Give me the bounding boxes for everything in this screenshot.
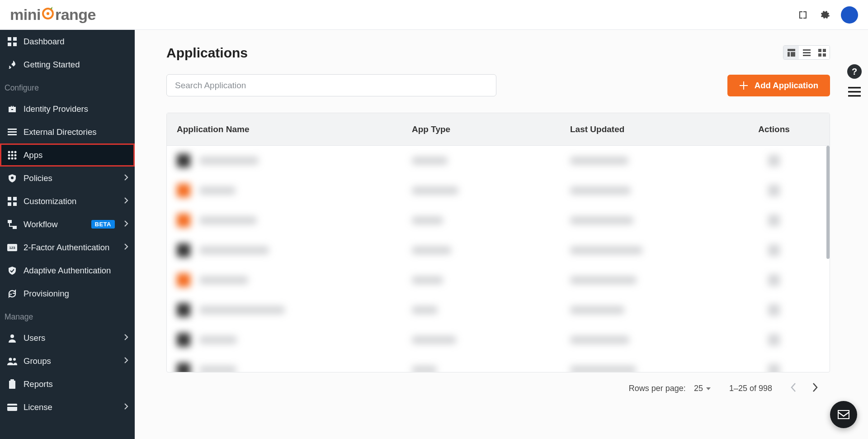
- table-row[interactable]: [167, 355, 830, 372]
- brand-logo[interactable]: mini range: [10, 6, 96, 24]
- svg-point-9: [8, 151, 10, 153]
- chevron-right-icon: [812, 382, 818, 392]
- sidebar-item-customization[interactable]: Customization: [0, 190, 135, 213]
- add-application-label: Add Application: [755, 81, 818, 91]
- pagination: Rows per page: 25 1–25 of 998: [166, 372, 830, 398]
- view-list-button[interactable]: [799, 46, 814, 59]
- sidebar-item-users[interactable]: Users: [0, 326, 135, 349]
- shield-search-icon: [7, 174, 17, 183]
- sidebar-item-2fa[interactable]: 1232-Factor Authentication: [0, 236, 135, 259]
- svg-rect-20: [13, 197, 17, 200]
- docs-icon[interactable]: [797, 10, 808, 20]
- clipboard-icon: [7, 379, 17, 389]
- right-rail: ?: [847, 64, 862, 99]
- grid-icon: [7, 37, 17, 46]
- nav-label: Reports: [24, 379, 128, 389]
- nav-label: Identity Providers: [24, 104, 128, 114]
- svg-point-28: [9, 358, 12, 361]
- logo-text-1: mini: [10, 6, 41, 24]
- help-button[interactable]: ?: [847, 64, 862, 79]
- panel-menu-button[interactable]: [848, 87, 861, 99]
- next-page-button[interactable]: [812, 382, 818, 395]
- nav-label: Workflow: [24, 220, 85, 229]
- table-row[interactable]: [167, 176, 830, 205]
- svg-rect-32: [7, 404, 17, 411]
- col-application-name[interactable]: Application Name: [177, 124, 412, 134]
- chevron-right-icon: [124, 196, 128, 206]
- svg-rect-4: [8, 43, 11, 46]
- svg-rect-39: [803, 55, 811, 56]
- user-icon: [7, 334, 17, 343]
- table-row[interactable]: [167, 205, 830, 235]
- svg-rect-7: [8, 131, 17, 133]
- applications-table: Application Name App Type Last Updated A…: [166, 113, 830, 372]
- sidebar-item-policies[interactable]: Policies: [0, 167, 135, 190]
- search-input[interactable]: [166, 74, 496, 96]
- chevron-left-icon: [790, 382, 797, 392]
- sync-icon: [7, 289, 17, 298]
- workflow-icon: [7, 220, 17, 229]
- nav-label: 2-Factor Authentication: [24, 243, 118, 253]
- col-actions: Actions: [728, 124, 820, 134]
- sidebar-item-dashboard[interactable]: Dashboard: [0, 30, 135, 53]
- nav-label: Policies: [24, 173, 118, 183]
- svg-rect-21: [8, 202, 11, 206]
- svg-rect-46: [848, 95, 861, 97]
- sidebar-item-license[interactable]: License: [0, 396, 135, 419]
- add-application-button[interactable]: Add Application: [727, 75, 830, 96]
- sidebar-item-provisioning[interactable]: Provisioning: [0, 282, 135, 305]
- sidebar-item-getting-started[interactable]: Getting Started: [0, 53, 135, 76]
- rocket-icon: [7, 60, 17, 69]
- view-table-button[interactable]: [783, 46, 799, 59]
- chevron-right-icon: [124, 356, 128, 366]
- chevron-right-icon: [124, 333, 128, 343]
- gear-icon[interactable]: [819, 10, 830, 20]
- view-switch: [783, 45, 830, 60]
- table-row[interactable]: [167, 235, 830, 265]
- list-icon: [7, 128, 17, 137]
- key123-icon: 123: [7, 244, 17, 251]
- svg-rect-45: [848, 91, 861, 93]
- table-row[interactable]: [167, 295, 830, 325]
- sidebar-item-external-directories[interactable]: External Directories: [0, 120, 135, 143]
- nav-label: Users: [24, 333, 118, 343]
- table-body: [167, 146, 830, 372]
- svg-rect-37: [803, 49, 811, 51]
- group-icon: [7, 357, 17, 365]
- sidebar-item-workflow[interactable]: WorkflowBETA: [0, 213, 135, 236]
- sidebar-item-reports[interactable]: Reports: [0, 372, 135, 396]
- prev-page-button[interactable]: [790, 382, 797, 395]
- avatar[interactable]: [841, 6, 858, 24]
- top-header: mini range: [0, 0, 868, 30]
- svg-rect-3: [13, 37, 17, 41]
- svg-point-13: [11, 154, 14, 156]
- svg-rect-5: [13, 43, 17, 46]
- rows-per-page-value: 25: [694, 384, 703, 393]
- caret-down-icon: [706, 386, 711, 391]
- sidebar-section-label: Configure: [0, 76, 135, 97]
- chat-fab[interactable]: [830, 401, 857, 428]
- col-last-updated[interactable]: Last Updated: [570, 124, 728, 134]
- beta-badge: BETA: [91, 220, 115, 229]
- svg-rect-31: [10, 379, 14, 382]
- sidebar-section-label: Manage: [0, 305, 135, 326]
- chevron-right-icon: [124, 402, 128, 412]
- svg-point-16: [11, 157, 14, 159]
- table-row[interactable]: [167, 325, 830, 355]
- sidebar-item-identity-providers[interactable]: Identity Providers: [0, 97, 135, 120]
- svg-rect-23: [8, 220, 12, 223]
- rows-per-page-select[interactable]: 25: [694, 384, 711, 393]
- svg-rect-40: [818, 49, 821, 52]
- table-row[interactable]: [167, 146, 830, 176]
- table-row[interactable]: [167, 265, 830, 295]
- col-app-type[interactable]: App Type: [412, 124, 570, 134]
- logo-orange-o: [41, 6, 55, 24]
- svg-point-27: [10, 334, 14, 338]
- sidebar-item-adaptive-auth[interactable]: Adaptive Authentication: [0, 259, 135, 282]
- sidebar-item-apps[interactable]: Apps: [0, 143, 135, 167]
- svg-point-10: [11, 151, 14, 153]
- sidebar: DashboardGetting StartedConfigureIdentit…: [0, 30, 135, 439]
- view-grid-button[interactable]: [814, 46, 830, 59]
- sidebar-item-groups[interactable]: Groups: [0, 349, 135, 372]
- svg-point-18: [11, 177, 14, 179]
